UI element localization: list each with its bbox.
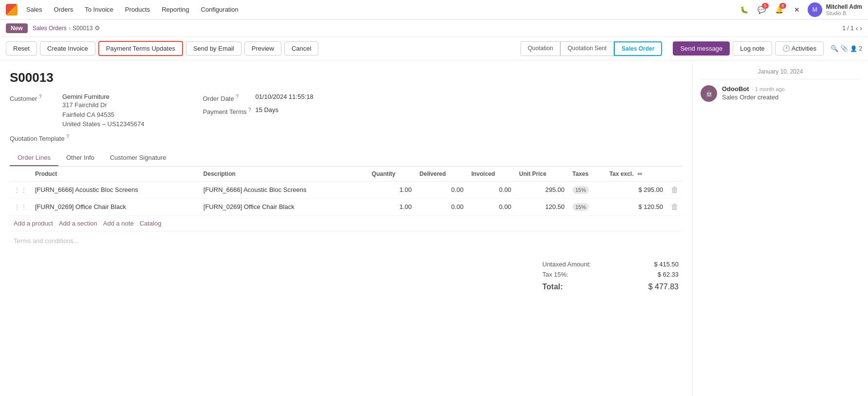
drag-handle-row2[interactable]: ⋮⋮: [14, 203, 27, 211]
main-layout: S00013 Customer ? Gemini Furniture 317 F…: [0, 60, 868, 396]
navbar-right: 🐛 💬 5 🔔 8 ✕ M Mitchell Adm Studio B: [738, 2, 862, 17]
payment-terms-value: 15 Days: [255, 106, 278, 113]
tab-other-info[interactable]: Other Info: [58, 150, 102, 166]
invoiced-cell-row2: 0.00: [467, 198, 515, 215]
tax-excl-cell-row2: $ 120.50: [606, 198, 667, 215]
total-value: $ 477.83: [648, 283, 679, 291]
settings-gear-icon[interactable]: ⚙: [94, 24, 100, 32]
nav-prev-arrow[interactable]: ‹: [856, 24, 858, 32]
delivered-cell-row2: 0.00: [416, 198, 467, 215]
quotation-template-label: Quotation Template ?: [10, 133, 69, 142]
menu-products[interactable]: Products: [120, 4, 155, 15]
order-tabs: Order Lines Other Info Customer Signatur…: [10, 150, 683, 167]
nav-next-arrow[interactable]: ›: [860, 24, 862, 32]
invoiced-cell-row1: 0.00: [467, 181, 515, 198]
bug-icon[interactable]: 🐛: [738, 3, 751, 17]
terms-area[interactable]: Terms and conditions...: [10, 231, 683, 255]
taxes-cell-row2[interactable]: 15%: [569, 198, 606, 215]
status-sales-order[interactable]: Sales Order: [614, 41, 662, 56]
payment-terms-help-icon[interactable]: ?: [248, 107, 251, 113]
chatter-action-buttons: Send message Log note 🕐 Activities: [673, 41, 824, 56]
cancel-button[interactable]: Cancel: [284, 41, 318, 56]
col-delivered: Delivered: [416, 167, 467, 182]
payment-terms-button[interactable]: Payment Terms Updates: [98, 41, 183, 56]
untaxed-amount-row: Untaxed Amount: $ 415.50: [542, 259, 679, 269]
unit-price-cell-row1[interactable]: 295.00: [515, 181, 568, 198]
description-cell-row1[interactable]: [FURN_6666] Acoustic Bloc Screens: [200, 181, 368, 198]
add-section-link[interactable]: Add a section: [59, 220, 97, 227]
user-name: Mitchell Adm: [826, 3, 862, 10]
tab-customer-signature[interactable]: Customer Signature: [102, 150, 174, 166]
col-actions: [667, 167, 683, 182]
customer-address: 317 Fairchild Dr Fairfield CA 94535 Unit…: [62, 100, 144, 129]
product-cell-row2[interactable]: [FURN_0269] Office Chair Black: [31, 198, 200, 215]
qty-cell-row1[interactable]: 1.00: [368, 181, 416, 198]
message-text: Sales Order created: [722, 94, 860, 101]
template-help-icon[interactable]: ?: [66, 134, 69, 139]
customer-value: Gemini Furniture 317 Fairchild Dr Fairfi…: [62, 93, 144, 129]
menu-configuration[interactable]: Configuration: [196, 4, 243, 15]
create-invoice-button[interactable]: Create Invoice: [40, 41, 95, 56]
total-label: Total:: [542, 283, 563, 291]
delete-row1-button[interactable]: 🗑: [671, 186, 679, 194]
send-by-email-button[interactable]: Send by Email: [186, 41, 241, 56]
customer-name-link[interactable]: Gemini Furniture: [62, 93, 110, 100]
total-row: Total: $ 477.83: [542, 280, 679, 293]
tax-excl-cell-row1: $ 295.00: [606, 181, 667, 198]
activities-button[interactable]: 🕐 Activities: [775, 41, 824, 56]
close-icon[interactable]: ✕: [790, 3, 804, 17]
add-product-link[interactable]: Add a product: [14, 220, 53, 227]
tab-order-lines[interactable]: Order Lines: [10, 150, 58, 166]
taxes-cell-row1[interactable]: 15%: [569, 181, 606, 198]
search-icon[interactable]: 🔍: [831, 45, 838, 52]
payment-terms-label: Payment Terms ?: [203, 106, 251, 115]
bell-icon[interactable]: 🔔 8: [773, 3, 786, 17]
col-adjust-icon[interactable]: ⇔: [637, 170, 642, 177]
product-cell-row1[interactable]: [FURN_6666] Acoustic Bloc Screens: [31, 181, 200, 198]
menu-orders[interactable]: Orders: [49, 4, 78, 15]
unit-price-cell-row2[interactable]: 120.50: [515, 198, 568, 215]
delete-row2-button[interactable]: 🗑: [671, 203, 679, 211]
tab-content-order-lines: Product Description Quantity Delivered I…: [10, 167, 683, 231]
message-meta: OdooBot · 1 month ago: [722, 85, 860, 93]
chatter-date-header: January 10, 2024: [701, 68, 860, 79]
message-time: · 1 month ago: [752, 86, 785, 92]
bell-badge: 8: [779, 3, 786, 9]
col-unit-price: Unit Price: [515, 167, 568, 182]
menu-reporting[interactable]: Reporting: [157, 4, 194, 15]
customer-help-icon[interactable]: ?: [39, 94, 42, 99]
order-number: S00013: [10, 70, 683, 85]
table-row: ⋮⋮ [FURN_0269] Office Chair Black [FURN_…: [10, 198, 683, 215]
description-cell-row2[interactable]: [FURN_0269] Office Chair Black: [200, 198, 368, 215]
breadcrumb-parent-link[interactable]: Sales Orders: [33, 25, 67, 32]
attachment-icon[interactable]: 📎: [840, 45, 848, 52]
user-info[interactable]: Mitchell Adm Studio B: [826, 3, 862, 16]
menu-sales[interactable]: Sales: [21, 4, 47, 15]
status-quotation-sent[interactable]: Quotation Sent: [560, 41, 614, 56]
catalog-link[interactable]: Catalog: [140, 220, 162, 227]
untaxed-value: $ 415.50: [654, 261, 679, 268]
message-author: OdooBot: [722, 85, 749, 93]
send-message-button[interactable]: Send message: [673, 41, 730, 56]
qty-cell-row2[interactable]: 1.00: [368, 198, 416, 215]
log-note-button[interactable]: Log note: [733, 41, 772, 56]
status-quotation[interactable]: Quotation: [520, 41, 560, 56]
reset-button[interactable]: Reset: [6, 41, 37, 56]
add-note-link[interactable]: Add a note: [103, 220, 134, 227]
preview-button[interactable]: Preview: [244, 41, 281, 56]
table-row: ⋮⋮ [FURN_6666] Acoustic Bloc Screens [FU…: [10, 181, 683, 198]
main-menu: Sales Orders To Invoice Products Reporti…: [21, 4, 243, 15]
message-icon[interactable]: 💬 5: [755, 3, 769, 17]
drag-handle-row1[interactable]: ⋮⋮: [14, 186, 27, 194]
payment-terms-field: Payment Terms ? 15 Days: [203, 106, 313, 115]
message-content: OdooBot · 1 month ago Sales Order create…: [722, 85, 860, 102]
user-avatar[interactable]: M: [808, 2, 822, 17]
delivered-cell-row1: 0.00: [416, 181, 467, 198]
app-logo[interactable]: [6, 4, 18, 16]
order-date-field: Order Date ? 01/10/2024 11:55:18: [203, 93, 313, 102]
record-counter: 1 / 1 ‹ ›: [842, 24, 862, 32]
user-count-icon[interactable]: 👤 2: [850, 45, 862, 52]
menu-to-invoice[interactable]: To Invoice: [80, 4, 118, 15]
order-date-value: 01/10/2024 11:55:18: [255, 93, 313, 100]
order-date-help-icon[interactable]: ?: [236, 94, 239, 99]
